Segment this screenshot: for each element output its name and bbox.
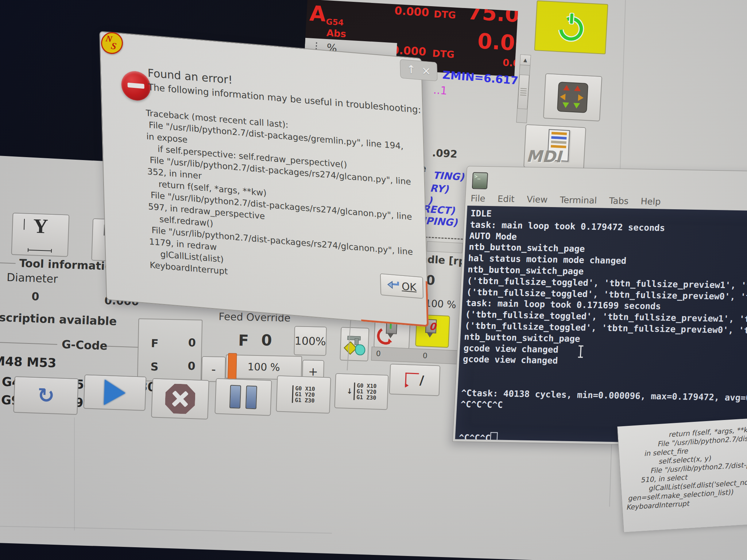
play-icon [104,380,126,406]
axis-y-label: Y [33,214,49,237]
number-fragment: .092 [432,147,458,160]
feed-big-value: 0 [261,331,272,349]
traceback-text: Traceback (most recent call last): File … [146,107,427,294]
terminal-window: >_ File Edit View Terminal Tabs Help IDL… [452,166,747,447]
axis-tick-icon [24,219,25,230]
feed-speed-box: F 0 S 0 [137,318,203,382]
dro-top-value: 75.000 [467,0,518,29]
s-value: 0 [187,359,196,372]
stop-program-button[interactable] [151,378,209,419]
menu-help[interactable]: Help [640,196,661,207]
sheet-traceback-text: return f(self, *args, **kw)File "/usr/li… [622,424,747,512]
terminal-icon: >_ [472,172,488,189]
reload-file-button[interactable]: ↻ [13,376,78,415]
error-subheading: The following information may be useful … [148,82,421,115]
dro-axis-letter: A [309,1,327,26]
comment-fragment: TING) [433,170,464,183]
menu-terminal[interactable]: Terminal [560,195,597,206]
dro-dtg-label-1: DTG [433,8,456,20]
spindle-override-value: 100 % [425,298,456,310]
slider-value: 100 % [226,360,301,374]
comment-fragment: RY) [430,182,449,195]
pause-icon [245,385,257,409]
run-from-line-button[interactable]: G0 X10G1 Y20G1 Z30 [276,375,331,413]
dialog-highlight-border [360,276,429,327]
stop-octagon-icon [165,384,196,415]
skip-block-button[interactable]: / [389,364,441,396]
slash-label: / [419,373,425,387]
pause-icon [229,385,241,409]
dro-abs-label: Abs [326,27,347,39]
s-label: S [150,360,158,373]
dro-dtg-label-2: DTG [432,48,454,60]
f-label: F [151,337,159,350]
feed-100pct-button[interactable]: 100% [294,326,327,356]
mdi-button[interactable]: MDI [523,124,586,171]
preview-dashed-line [425,237,466,240]
mdi-label: MDI [526,147,562,166]
spindle-tip-icon [426,332,433,338]
dialog-titlebar-tab: ↑ × [400,59,437,81]
spindle-zero-label: 0 [429,321,436,332]
error-stop-icon [121,70,151,102]
feed-big-label: F [238,331,249,350]
menu-file[interactable]: File [471,193,486,204]
dro-sub-value: 0.000 [502,57,518,70]
gcode-lines-icon: G0 X10G1 Y20G1 Z30 [292,385,315,404]
error-dialog: ↑ × Found an error! The following inform… [99,31,429,327]
preview-progress-fragment [426,241,462,253]
down-arrow-icon: ↓ [347,387,353,396]
run-program-button[interactable] [83,374,146,411]
menu-edit[interactable]: Edit [497,194,515,204]
axis-y-button[interactable]: Y [11,213,70,257]
coolant-button[interactable] [340,327,369,362]
gcode-frame-title: G-Code [61,338,108,352]
panel-seam [74,417,75,530]
run-to-line-button[interactable]: ↓ G0 X10G1 Y20G1 Z30 [334,373,388,410]
terminal-output[interactable]: IDLEtask: main loop took 0.179472 second… [455,206,747,445]
skip-bracket-icon [405,373,419,387]
jog-mode-button[interactable] [543,73,602,121]
tool-description: description available [0,310,117,328]
comment-fragment: IPING) [422,215,458,228]
pause-program-button[interactable] [214,378,272,416]
preview-scrollbar[interactable]: ▲ [516,54,531,123]
dro-coord-system: G54 [326,17,344,27]
dro-main-value: 0.000 [477,28,518,57]
jog-arrows-icon [557,82,588,113]
bar-value-right: 0 [423,351,428,360]
f-value: 0 [188,336,196,349]
background-traceback-sheet: return f(self, *args, **kw)File "/usr/li… [617,418,747,532]
diameter-label: Diameter [7,271,58,285]
refresh-icon: ↻ [37,385,55,406]
diameter-value: 0 [31,290,39,303]
terminal-block-cursor [490,432,498,443]
unroll-icon[interactable]: ↑ [406,64,416,75]
coolant-faucet-icon [345,333,364,355]
menu-view[interactable]: View [527,194,548,205]
dimension-fragment: ..1 [433,83,448,97]
close-icon[interactable]: × [421,65,431,77]
dro-dtg-value-1: 0.000 [394,4,430,19]
screen-bezel [0,541,533,560]
panel-seam [0,526,332,533]
power-icon [553,9,590,46]
gcode-lines-icon: G0 X10G1 Y20G1 Z30 [353,382,377,401]
active-mcodes: M48 M53 [0,354,57,370]
terminal-lines: IDLEtask: main loop took 0.179472 second… [458,208,747,445]
machine-power-button[interactable] [534,0,608,54]
axis-ruler-icon [28,250,52,251]
comment-fragment: RECT) [422,203,455,216]
menu-tabs[interactable]: Tabs [609,196,629,206]
bar-value-left: 0 [376,349,381,358]
scroll-up-icon[interactable]: ▲ [520,55,531,66]
